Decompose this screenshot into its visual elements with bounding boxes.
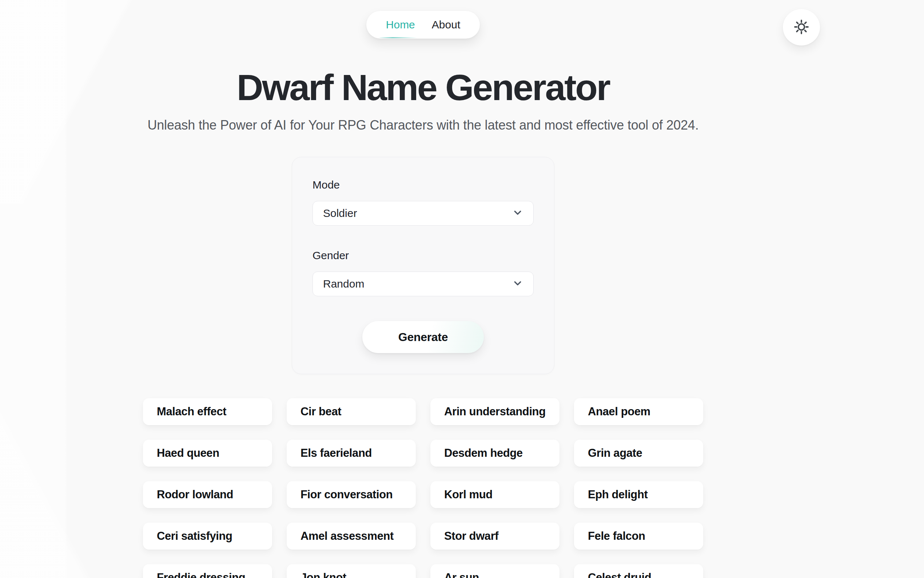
sun-icon [793, 19, 810, 36]
result-name-card[interactable]: Korl mud [430, 481, 560, 508]
results-grid: Malach effectCir beatArin understandingA… [143, 398, 703, 578]
result-name-card[interactable]: Rodor lowland [143, 481, 272, 508]
generate-button[interactable]: Generate [362, 321, 484, 353]
result-name-card[interactable]: Fele falcon [574, 523, 703, 550]
result-name-card[interactable]: Stor dwarf [430, 523, 560, 550]
mode-select-value: Soldier [323, 207, 357, 219]
main-nav: HomeAbout [366, 11, 480, 39]
result-name-card[interactable]: Freddie dressing [143, 564, 272, 578]
result-name-card[interactable]: Cir beat [286, 398, 416, 425]
page: HomeAbout Dwarf Name Generator Unleash t… [0, 0, 924, 578]
result-name-card[interactable]: Grin agate [574, 440, 703, 467]
chevron-down-icon [511, 206, 524, 220]
result-name-card[interactable]: Ceri satisfying [143, 523, 272, 550]
nav-item-about[interactable]: About [432, 11, 460, 39]
result-name-card[interactable]: Celest druid [574, 564, 703, 578]
page-title: Dwarf Name Generator [237, 69, 610, 106]
page-subtitle: Unleash the Power of AI for Your RPG Cha… [148, 118, 699, 133]
result-name-card[interactable]: Arin understanding [430, 398, 560, 425]
result-name-card[interactable]: Desdem hedge [430, 440, 560, 467]
result-name-card[interactable]: Ar sun [430, 564, 560, 578]
mode-select[interactable]: Soldier [312, 201, 534, 226]
generator-card: Mode Soldier Gender Random [292, 157, 554, 374]
result-name-card[interactable]: Anael poem [574, 398, 703, 425]
result-name-card[interactable]: Eph delight [574, 481, 703, 508]
result-name-card[interactable]: Fior conversation [286, 481, 416, 508]
result-name-card[interactable]: Malach effect [143, 398, 272, 425]
content-column: HomeAbout Dwarf Name Generator Unleash t… [0, 0, 846, 578]
generate-button-wrap: Generate [312, 321, 534, 353]
gender-label: Gender [312, 249, 534, 262]
mode-label: Mode [312, 179, 534, 192]
gender-select[interactable]: Random [312, 271, 534, 296]
chevron-down-icon [511, 277, 524, 291]
result-name-card[interactable]: Jon knot [286, 564, 416, 578]
theme-toggle-button[interactable] [783, 9, 820, 45]
result-name-card[interactable]: Amel assessment [286, 523, 416, 550]
nav-item-home[interactable]: Home [386, 11, 415, 39]
nav-item-label: Home [386, 19, 415, 31]
gender-select-value: Random [323, 278, 364, 290]
result-name-card[interactable]: Els faerieland [286, 440, 416, 467]
result-name-card[interactable]: Haed queen [143, 440, 272, 467]
nav-item-label: About [432, 19, 460, 31]
